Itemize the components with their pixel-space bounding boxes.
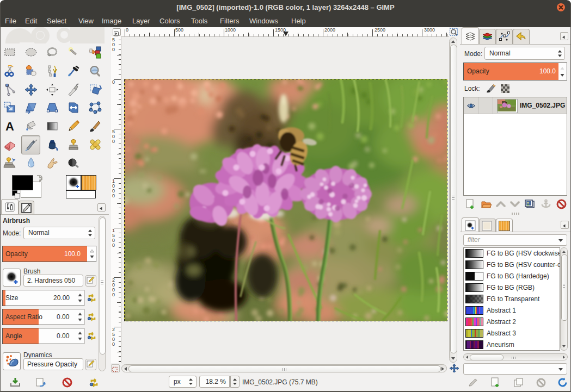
svg-text:A: A <box>5 120 14 133</box>
